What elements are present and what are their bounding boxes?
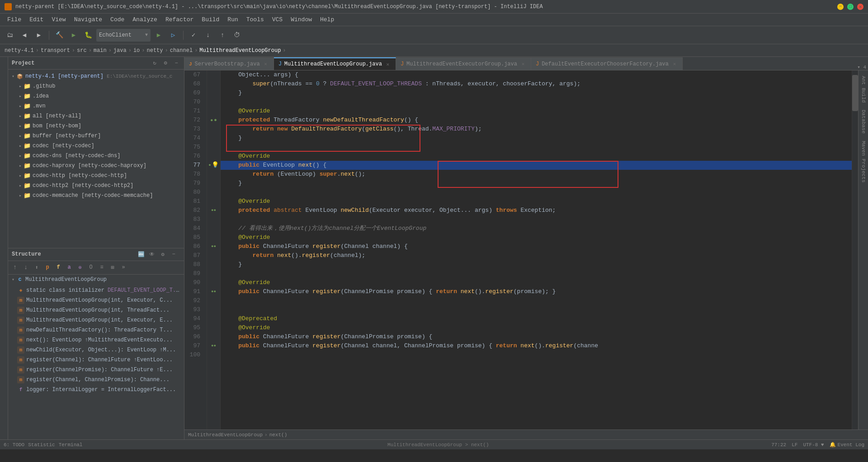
project-close-icon[interactable]: − (172, 59, 180, 67)
tree-all[interactable]: ▸ 📁 all [netty-all] (8, 111, 184, 121)
forward-button[interactable]: ▶ (33, 29, 45, 42)
tree-codec-dns[interactable]: ▸ 📁 codec-dns [netty-codec-dns] (8, 151, 184, 161)
menu-item-vcs[interactable]: VCS (269, 15, 286, 24)
more-icon[interactable]: » (118, 262, 128, 272)
tree-mvn[interactable]: ▸ 📁 .mvn (8, 101, 184, 111)
menu-item-code[interactable]: Code (107, 15, 128, 24)
tab-close-0[interactable]: ✕ (263, 61, 269, 67)
breadcrumb-java[interactable]: java (113, 47, 127, 54)
struct-item-1[interactable]: m MultithreadEventLoopGroup(int, Executo… (8, 295, 184, 305)
show-protected-icon[interactable]: a (64, 262, 74, 272)
show-inherited-icon[interactable]: ⬆ (32, 262, 42, 272)
show-overrides-icon[interactable]: O (86, 262, 96, 272)
expand-icon[interactable]: ⊞ (108, 262, 118, 272)
history-button[interactable]: ⏱ (231, 29, 243, 42)
commit-button[interactable]: ✓ (187, 29, 200, 42)
tree-codec-http2[interactable]: ▸ 📁 codec-http2 [netty-codec-http2] (8, 181, 184, 191)
tree-root[interactable]: ▾ 📦 netty-4.1 [netty-parent] E:\IDEA\net… (8, 71, 184, 81)
struct-item-2[interactable]: m MultithreadEventLoopGroup(int, ThreadF… (8, 305, 184, 315)
menu-item-refactor[interactable]: Refactor (162, 15, 197, 24)
run-button[interactable]: ▶ (67, 29, 80, 42)
show-all-icon[interactable]: ≡ (97, 262, 107, 272)
breadcrumb-src[interactable]: src (77, 47, 87, 54)
terminal-status[interactable]: Terminal (59, 442, 83, 448)
struct-item-6[interactable]: m newChild(Executor, Object...): EventLo… (8, 345, 184, 355)
todo-status[interactable]: 6: TODO (4, 442, 24, 448)
menu-item-run[interactable]: Run (224, 15, 241, 24)
menu-item-help[interactable]: Help (316, 15, 338, 24)
tab-defaulteventexecutorchooserfactory[interactable]: J DefaultEventExecutorChooserFactory.jav… (531, 57, 683, 70)
database-tab[interactable]: Database (859, 106, 868, 137)
tree-codec-http[interactable]: ▸ 📁 codec-http [netty-codec-http] (8, 171, 184, 181)
struct-item-5[interactable]: m next(): EventLoop ↑MultithreadEventExe… (8, 335, 184, 345)
sort-asc-icon[interactable]: ↑ (10, 262, 20, 272)
ant-build-tab[interactable]: Ant Build (859, 72, 868, 106)
breadcrumb-netty41[interactable]: netty-4.1 (5, 47, 34, 54)
project-tree[interactable]: ▾ 📦 netty-4.1 [netty-parent] E:\IDEA\net… (8, 70, 184, 248)
breadcrumb-netty[interactable]: netty (146, 47, 163, 54)
tab-close-2[interactable]: ✕ (520, 61, 526, 67)
maximize-button[interactable]: □ (847, 4, 854, 10)
menu-item-view[interactable]: View (48, 15, 69, 24)
sort-alpha-button[interactable]: 🔤 (136, 249, 146, 259)
tab-multithreadeventexecutorgroup[interactable]: J MultithreadEventExecutorGroup.java ✕ (396, 57, 531, 70)
struct-item-3[interactable]: m MultithreadEventLoopGroup(int, Executo… (8, 315, 184, 325)
project-icon[interactable]: 🗂 (4, 29, 16, 42)
tree-bom[interactable]: ▸ 📁 bom [netty-bom] (8, 121, 184, 131)
tab-multithreadeventloopgroup[interactable]: J MultithreadEventLoopGroup.java ✕ (274, 57, 396, 70)
tab-close-3[interactable]: ✕ (671, 61, 678, 67)
encoding-indicator[interactable]: UTF-8 ♥ (803, 442, 824, 448)
breadcrumb-io[interactable]: io (133, 47, 140, 54)
breadcrumb-main[interactable]: main (94, 47, 107, 54)
project-gear-icon[interactable]: ⚙ (161, 59, 170, 67)
tab-serverbootstrap[interactable]: J ServerBootstrap.java ✕ (184, 57, 274, 70)
settings-button[interactable]: ⚙ (158, 249, 168, 259)
debug-button[interactable]: 🐛 (82, 29, 94, 42)
sort-desc-icon[interactable]: ↓ (21, 262, 31, 272)
menu-item-window[interactable]: Window (287, 15, 316, 24)
struct-item-7[interactable]: m register(Channel): ChannelFuture ↑Even… (8, 355, 184, 365)
update-button[interactable]: ↓ (202, 29, 214, 42)
event-log-button[interactable]: 🔔 Event Log (830, 442, 864, 448)
close-button[interactable]: ✕ (857, 4, 863, 10)
menu-item-navigate[interactable]: Navigate (71, 15, 106, 24)
menu-item-analyze[interactable]: Analyze (129, 15, 161, 24)
struct-class-node[interactable]: ▾ C MultithreadEventLoopGroup (8, 275, 184, 285)
project-sync-icon[interactable]: ↻ (151, 59, 159, 67)
tree-buffer[interactable]: ▸ 📁 buffer [netty-buffer] (8, 131, 184, 141)
sort-by-vis-button[interactable]: 👁 (147, 249, 157, 259)
struct-item-8[interactable]: m register(ChannelPromise): ChannelFutur… (8, 365, 184, 375)
menu-item-file[interactable]: File (4, 15, 25, 24)
code-content[interactable]: Object... args) { super(nThreads == 0 ? … (221, 70, 852, 429)
struct-item-4[interactable]: m newDefaultThreadFactory(): ThreadFacto… (8, 325, 184, 335)
debug-run-button[interactable]: ▷ (167, 29, 179, 42)
menu-item-build[interactable]: Build (198, 15, 223, 24)
tab-overflow-button[interactable]: ▾ 4 (857, 64, 866, 70)
show-private-icon[interactable]: ⊕ (75, 262, 85, 272)
build-button[interactable]: 🔨 (53, 29, 66, 42)
struct-item-0[interactable]: ◈ static class initializer DEFAULT_EVENT… (8, 285, 184, 295)
show-fields-icon[interactable]: f (53, 262, 63, 272)
tab-close-1[interactable]: ✕ (385, 61, 391, 67)
code-editor[interactable]: 67 68 69 70 71 72 73 74 75 76 77 78 79 8… (184, 70, 868, 429)
menu-item-tools[interactable]: Tools (243, 15, 268, 24)
tree-idea[interactable]: ▸ 📁 .idea (8, 91, 184, 101)
back-button[interactable]: ◀ (18, 29, 31, 42)
breadcrumb-channel[interactable]: channel (170, 47, 193, 54)
minimize-button[interactable]: − (837, 4, 844, 10)
maven-projects-tab[interactable]: Maven Projects (859, 137, 868, 186)
run-config-selector[interactable]: EchoClient ▼ (96, 29, 151, 42)
struct-item-9[interactable]: m register(Channel, ChannelPromise): Cha… (8, 375, 184, 385)
statistic-status[interactable]: Statistic (28, 442, 55, 448)
tree-github[interactable]: ▸ 📁 .github (8, 81, 184, 91)
struct-item-10[interactable]: f logger: InternalLogger = InternalLogge… (8, 385, 184, 395)
tree-codec[interactable]: ▸ 📁 codec [netty-codec] (8, 141, 184, 151)
structure-list[interactable]: ◈ static class initializer DEFAULT_EVENT… (8, 285, 184, 440)
breadcrumb-class[interactable]: MultithreadEventLoopGroup (199, 47, 281, 54)
mini-scrollbar[interactable] (852, 70, 858, 429)
line-ending-indicator[interactable]: LF (792, 442, 797, 448)
tree-codec-memcache[interactable]: ▸ 📁 codec-memcache [netty-codec-memcache… (8, 191, 184, 201)
menu-item-edit[interactable]: Edit (26, 15, 47, 24)
play-button[interactable]: ▶ (152, 29, 165, 42)
show-public-icon[interactable]: p (42, 262, 52, 272)
